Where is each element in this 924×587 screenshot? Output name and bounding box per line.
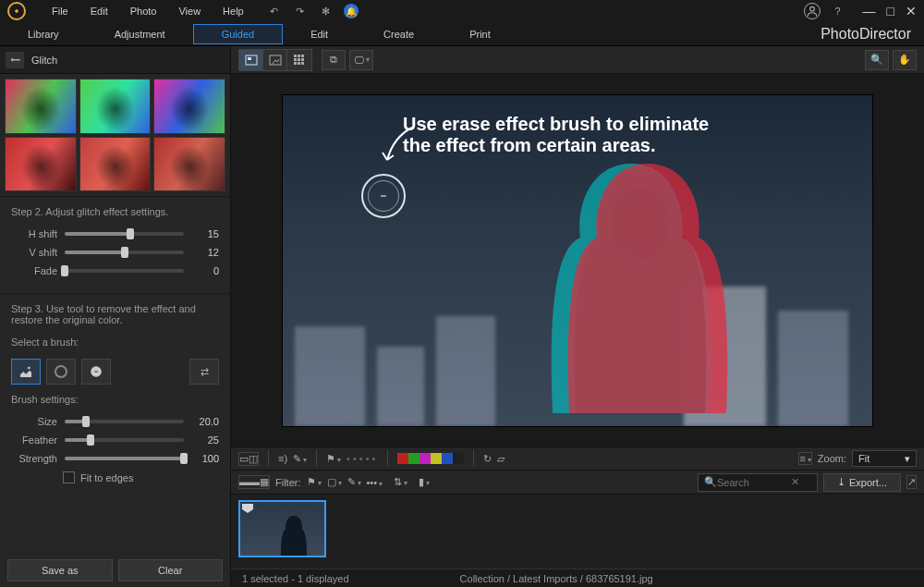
preview-canvas[interactable]: Use erase effect brush to eliminate the … — [282, 94, 873, 427]
thumb-tag-icon — [242, 504, 253, 513]
menu-view[interactable]: View — [167, 2, 212, 20]
strength-value: 100 — [191, 453, 219, 464]
size-slider[interactable] — [65, 420, 184, 423]
tab-print[interactable]: Print — [442, 25, 518, 43]
export-button[interactable]: ⤓ Export... — [823, 473, 901, 492]
clear-button[interactable]: Clear — [118, 559, 224, 581]
erase-brush-button[interactable] — [46, 359, 76, 385]
hshift-label: H shift — [11, 228, 57, 239]
notifications-icon[interactable]: 🔔 — [344, 4, 359, 18]
redo-icon[interactable]: ↷ — [292, 3, 309, 19]
pan-tool-button[interactable]: ✋ — [893, 50, 917, 70]
fade-slider[interactable] — [65, 269, 184, 273]
glitch-preset-3[interactable] — [153, 79, 225, 134]
crop-button[interactable]: ▱ — [497, 453, 505, 465]
feather-value: 25 — [191, 434, 219, 446]
glitch-preset-1[interactable] — [5, 79, 77, 134]
filter-flag-dropdown[interactable]: ⚑ — [307, 476, 322, 488]
tab-library[interactable]: Library — [0, 25, 87, 43]
feather-slider[interactable] — [65, 438, 184, 442]
search-box[interactable]: 🔍 ✕ — [698, 473, 818, 492]
svg-rect-10 — [301, 58, 304, 61]
settings-icon[interactable]: ✻ — [318, 3, 334, 19]
secondary-display-button[interactable]: ⧉ — [322, 50, 346, 70]
strength-slider[interactable] — [65, 457, 184, 460]
back-button[interactable]: 🠔 — [6, 52, 24, 68]
swap-brush-button[interactable]: ⇄ — [189, 359, 219, 385]
display-mode-dropdown[interactable]: 🖵 — [349, 50, 373, 70]
hshift-slider[interactable] — [65, 232, 184, 236]
svg-rect-12 — [298, 62, 300, 65]
rating-stars[interactable]: ••••• — [346, 453, 378, 464]
view-single-button[interactable] — [239, 50, 263, 70]
account-icon[interactable] — [804, 3, 821, 19]
undo-icon[interactable]: ↶ — [266, 3, 283, 19]
tab-create[interactable]: Create — [356, 25, 442, 43]
add-brush-button[interactable] — [11, 359, 41, 385]
strip-grid-button[interactable]: ▦ — [260, 476, 269, 488]
histogram-button[interactable]: ≡) — [278, 453, 287, 464]
layout-single-button[interactable]: ▭ — [239, 453, 249, 465]
zoom-select[interactable]: Fit▾ — [852, 450, 917, 467]
glitch-preset-4[interactable] — [5, 137, 77, 192]
view-grid-button[interactable] — [287, 50, 311, 70]
menu-photo[interactable]: Photo — [119, 2, 168, 20]
size-label: Size — [11, 416, 57, 427]
share-button[interactable]: ↗ — [906, 475, 917, 489]
filter-rating-dropdown[interactable]: ••• — [367, 477, 383, 488]
maximize-button[interactable]: □ — [887, 4, 894, 18]
rotate-button[interactable]: ↻ — [483, 453, 492, 465]
filmstrip-thumb-1[interactable] — [238, 500, 326, 557]
app-logo — [7, 2, 26, 20]
close-button[interactable]: ✕ — [906, 4, 917, 18]
view-compare-button[interactable] — [263, 50, 287, 70]
tab-adjustment[interactable]: Adjustment — [87, 25, 193, 43]
tab-guided[interactable]: Guided — [193, 24, 283, 44]
smart-brush-button[interactable] — [81, 359, 111, 385]
glitch-preset-6[interactable] — [153, 137, 225, 192]
svg-point-1 — [28, 367, 30, 370]
zoom-tool-button[interactable]: 🔍 — [865, 50, 889, 70]
svg-rect-5 — [294, 55, 297, 57]
brush-settings-label: Brush settings: — [11, 394, 219, 405]
marker-dropdown[interactable]: ✎ — [293, 453, 307, 465]
glitch-preset-5[interactable] — [79, 137, 152, 192]
vshift-value: 12 — [191, 247, 219, 258]
menu-help[interactable]: Help — [212, 2, 255, 20]
size-value: 20.0 — [191, 416, 219, 427]
minimize-button[interactable]: — — [863, 4, 876, 18]
svg-rect-6 — [298, 55, 300, 57]
flag-dropdown[interactable]: ⚑ — [326, 453, 341, 465]
menu-file[interactable]: File — [41, 2, 79, 20]
tip-text: Use erase effect brush to eliminate the … — [403, 114, 835, 156]
filter-label: Filter: — [275, 477, 301, 488]
svg-rect-3 — [248, 57, 251, 60]
strength-label: Strength — [11, 453, 57, 464]
search-input[interactable] — [717, 477, 791, 488]
clear-search-icon[interactable]: ✕ — [791, 476, 799, 488]
fit-edges-checkbox[interactable] — [63, 471, 75, 483]
fade-label: Fade — [11, 265, 57, 276]
fit-edges-label: Fit to edges — [80, 472, 133, 483]
layout-split-button[interactable]: ◫ — [249, 453, 258, 465]
sort-dropdown[interactable]: ≡ — [798, 452, 811, 465]
zoom-label: Zoom: — [818, 453, 846, 464]
svg-rect-7 — [301, 55, 304, 57]
filter-edit-dropdown[interactable]: ✎ — [347, 476, 361, 488]
vshift-label: V shift — [11, 247, 57, 258]
tab-edit[interactable]: Edit — [283, 25, 356, 43]
status-selection: 1 selected - 1 displayed — [242, 573, 349, 584]
color-label-swatches[interactable] — [397, 453, 464, 464]
stack-dropdown[interactable]: ▮ — [419, 476, 430, 488]
save-as-button[interactable]: Save as — [7, 559, 113, 581]
sort-order-dropdown[interactable]: ⇅ — [394, 476, 407, 488]
fade-value: 0 — [191, 265, 219, 276]
strip-horizontal-button[interactable]: ▬▬ — [239, 476, 260, 488]
help-icon[interactable]: ? — [830, 3, 846, 19]
menu-edit[interactable]: Edit — [79, 2, 119, 20]
filter-label-dropdown[interactable]: ▢ — [327, 476, 342, 488]
brand-label: PhotoDirector — [821, 26, 911, 43]
glitch-preset-2[interactable] — [79, 79, 152, 134]
hshift-value: 15 — [191, 228, 219, 239]
vshift-slider[interactable] — [65, 251, 184, 254]
